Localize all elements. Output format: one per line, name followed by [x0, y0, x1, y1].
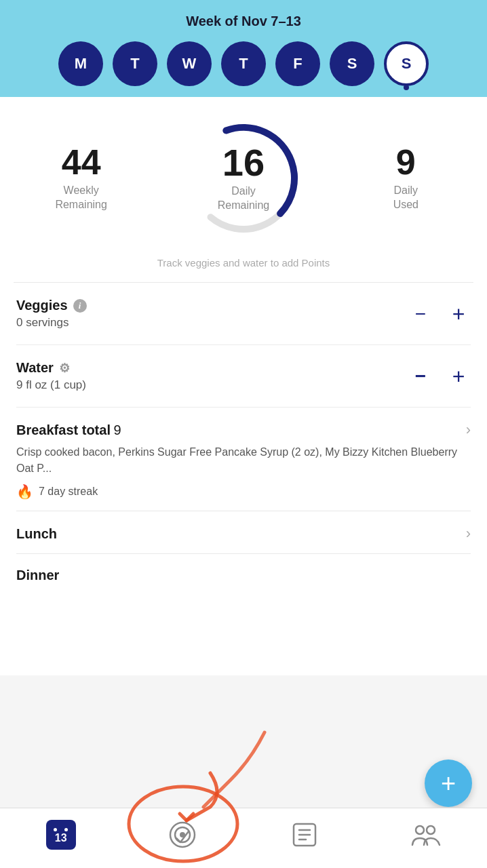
tab-tracker[interactable] — [165, 818, 199, 852]
calendar-icon: 13 — [44, 818, 78, 852]
breakfast-section: Breakfast total 9 › Crisp cooked bacon, … — [0, 408, 487, 500]
water-info: Water ⚙ 9 fl oz (1 cup) — [16, 360, 408, 392]
dinner-row[interactable]: Dinner — [0, 554, 487, 594]
breakfast-title: Breakfast total 9 — [16, 422, 121, 438]
water-plus-button[interactable]: + — [446, 364, 471, 389]
points-section: 44 WeeklyRemaining 16 DailyRemaining 9 — [0, 97, 487, 246]
day-thursday[interactable]: T — [221, 41, 266, 86]
veggies-title: Veggies i — [16, 298, 408, 313]
add-fab-button[interactable]: + — [425, 760, 472, 807]
veggies-row: Veggies i 0 servings − + — [16, 283, 471, 345]
breakfast-chevron: › — [466, 421, 471, 439]
water-minus-button[interactable]: − — [408, 364, 433, 389]
day-circles: M T W T F S S — [11, 41, 476, 86]
daily-remaining-label: DailyRemaining — [218, 184, 269, 213]
water-gear-icon[interactable]: ⚙ — [59, 361, 70, 376]
tab-bar: 13 — [0, 808, 487, 868]
weekly-remaining-label: WeeklyRemaining — [47, 184, 115, 212]
phone-container: Week of Nov 7–13 M T W T F S S 44 Weekly… — [0, 0, 487, 868]
water-controls: − + — [408, 364, 471, 389]
breakfast-header[interactable]: Breakfast total 9 › — [16, 421, 471, 439]
daily-used-label: DailyUsed — [372, 184, 440, 212]
day-wednesday[interactable]: W — [167, 41, 212, 86]
lunch-row[interactable]: Lunch › — [0, 511, 487, 553]
veggies-value: 0 servings — [16, 316, 408, 330]
daily-used-value: 9 — [372, 144, 440, 180]
weekly-remaining-value: 44 — [47, 144, 115, 180]
day-sunday[interactable]: S — [384, 41, 429, 86]
streak-text: 7 day streak — [39, 486, 98, 498]
water-value: 9 fl oz (1 cup) — [16, 378, 408, 392]
calendar-date: 13 — [55, 833, 67, 844]
day-friday[interactable]: F — [275, 41, 320, 86]
veggies-minus-button[interactable]: − — [408, 302, 433, 326]
day-tuesday[interactable]: T — [113, 41, 157, 86]
add-fab-icon: + — [441, 770, 456, 796]
veggies-info: Veggies i 0 servings — [16, 298, 408, 330]
target-icon — [165, 818, 199, 852]
veggies-plus-button[interactable]: + — [446, 302, 471, 326]
tracker-section: Veggies i 0 servings − + — [0, 283, 487, 408]
bottom-spacer — [0, 594, 487, 675]
veggies-info-icon[interactable]: i — [73, 299, 87, 313]
tab-community[interactable] — [409, 818, 443, 852]
people-icon — [409, 818, 443, 852]
lunch-chevron: › — [466, 525, 471, 542]
dinner-title: Dinner — [16, 568, 59, 583]
lunch-title: Lunch — [16, 526, 57, 542]
tab-calendar[interactable]: 13 — [44, 818, 78, 852]
daily-ring[interactable]: 16 DailyRemaining — [182, 117, 305, 239]
svg-point-10 — [416, 826, 424, 834]
day-monday[interactable]: M — [58, 41, 103, 86]
fire-icon: 🔥 — [16, 484, 33, 500]
streak-row: 🔥 7 day streak — [16, 484, 471, 500]
breakfast-items: Crisp cooked bacon, Perkins Sugar Free P… — [16, 444, 471, 477]
foodlog-icon — [288, 818, 322, 852]
daily-remaining-value: 16 — [218, 144, 269, 182]
weekly-remaining-block: 44 WeeklyRemaining — [47, 144, 115, 212]
week-title: Week of Nov 7–13 — [11, 14, 476, 29]
week-header: Week of Nov 7–13 M T W T F S S — [0, 0, 487, 97]
water-title: Water ⚙ — [16, 360, 408, 376]
water-row: Water ⚙ 9 fl oz (1 cup) − + — [16, 345, 471, 408]
track-message: Track veggies and water to add Points — [0, 246, 487, 282]
ring-center: 16 DailyRemaining — [218, 144, 269, 213]
tab-food-log[interactable] — [288, 818, 322, 852]
svg-point-11 — [427, 826, 435, 834]
day-saturday[interactable]: S — [330, 41, 374, 86]
main-content: 44 WeeklyRemaining 16 DailyRemaining 9 — [0, 97, 487, 675]
veggies-controls: − + — [408, 302, 471, 326]
daily-used-block: 9 DailyUsed — [372, 144, 440, 212]
